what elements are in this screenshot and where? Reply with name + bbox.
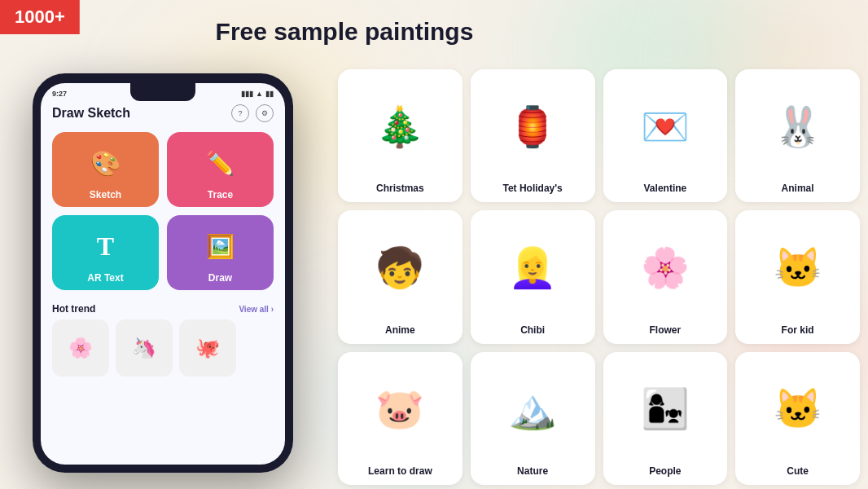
christmas-icon: 🎄 xyxy=(375,76,424,178)
forkid-icon: 🐱 xyxy=(774,217,822,319)
hot-trend-header: Hot trend View all › xyxy=(52,303,274,315)
help-icon[interactable]: ? xyxy=(231,104,249,122)
flower-icon: 🌸 xyxy=(641,217,690,319)
trace-tile[interactable]: ✏️ Trace xyxy=(167,132,274,207)
learntodraw-label: Learn to draw xyxy=(368,465,432,477)
artext-label: AR Text xyxy=(87,272,123,284)
hot-trend-label: Hot trend xyxy=(52,303,95,315)
hot-trend-row: 🌸 🦄 🐙 xyxy=(52,319,274,377)
phone-header: Draw Sketch ? ⚙ xyxy=(41,98,285,126)
card-for-kid[interactable]: 🐱 For kid xyxy=(735,210,860,343)
paintings-section: 🎄 Christmas 🏮 Tet Holiday's 💌 Valentine … xyxy=(338,69,860,485)
app-grid: 🎨 Sketch ✏️ Trace T AR Text 🖼️ Draw xyxy=(41,126,285,297)
tet-icon: 🏮 xyxy=(508,76,557,178)
card-flower[interactable]: 🌸 Flower xyxy=(603,210,728,343)
settings-icon[interactable]: ⚙ xyxy=(256,104,274,122)
sketch-tile[interactable]: 🎨 Sketch xyxy=(52,132,159,207)
forkid-label: For kid xyxy=(782,324,814,336)
card-nature[interactable]: 🏔️ Nature xyxy=(471,352,595,485)
time: 9:27 xyxy=(52,90,67,98)
artext-icon: T xyxy=(85,225,127,267)
chibi-label: Chibi xyxy=(520,324,545,336)
trace-label: Trace xyxy=(208,189,233,200)
phone-mockup: 9:27 ▮▮▮ ▲ ▮▮ Draw Sketch ? ⚙ 🎨 Sketch xyxy=(16,73,309,481)
phone-notch xyxy=(130,83,195,101)
draw-tile[interactable]: 🖼️ Draw xyxy=(167,215,274,290)
card-christmas[interactable]: 🎄 Christmas xyxy=(338,69,462,202)
nature-label: Nature xyxy=(517,465,548,477)
learntodraw-icon: 🐷 xyxy=(375,359,424,460)
christmas-label: Christmas xyxy=(376,183,424,194)
card-anime[interactable]: 🧒 Anime xyxy=(338,210,462,343)
chibi-icon: 👱‍♀️ xyxy=(508,217,557,319)
draw-label: Draw xyxy=(208,272,232,284)
trace-icon: ✏️ xyxy=(199,142,242,184)
people-label: People xyxy=(649,465,681,477)
card-cute[interactable]: 🐱 Cute xyxy=(735,352,860,485)
people-icon: 👩‍👧 xyxy=(641,359,690,460)
hot-trend-section: Hot trend View all › 🌸 🦄 🐙 xyxy=(41,297,285,380)
trend-item-1[interactable]: 🌸 xyxy=(52,319,109,377)
app-title: Draw Sketch xyxy=(52,106,130,121)
draw-icon: 🖼️ xyxy=(199,225,242,267)
sketch-label: Sketch xyxy=(90,189,121,200)
card-animal[interactable]: 🐰 Animal xyxy=(735,69,860,202)
tet-label: Tet Holiday's xyxy=(502,183,562,194)
battery-icon: ▮▮ xyxy=(265,90,274,98)
card-valentine[interactable]: 💌 Valentine xyxy=(603,69,728,202)
flower-label: Flower xyxy=(650,324,682,336)
valentine-label: Valentine xyxy=(644,183,687,194)
view-all-button[interactable]: View all › xyxy=(239,305,274,314)
card-chibi[interactable]: 👱‍♀️ Chibi xyxy=(471,210,595,343)
trend-item-2[interactable]: 🦄 xyxy=(116,319,173,377)
cute-label: Cute xyxy=(787,465,809,477)
valentine-icon: 💌 xyxy=(641,76,690,178)
trend-item-3[interactable]: 🐙 xyxy=(179,319,236,377)
nature-icon: 🏔️ xyxy=(508,359,557,460)
cute-icon: 🐱 xyxy=(774,359,822,460)
wifi-icon: ▲ xyxy=(256,90,263,98)
header-icons: ? ⚙ xyxy=(231,104,274,122)
card-people[interactable]: 👩‍👧 People xyxy=(603,352,728,485)
signal-icon: ▮▮▮ xyxy=(241,90,253,98)
artext-tile[interactable]: T AR Text xyxy=(52,215,159,290)
card-learn-to-draw[interactable]: 🐷 Learn to draw xyxy=(338,352,462,485)
main-title: Free sample paintings xyxy=(163,18,526,46)
card-tet-holidays[interactable]: 🏮 Tet Holiday's xyxy=(471,69,595,202)
animal-label: Animal xyxy=(782,183,814,194)
anime-icon: 🧒 xyxy=(375,217,424,319)
anime-label: Anime xyxy=(385,324,415,336)
animal-icon: 🐰 xyxy=(774,76,822,178)
sketch-icon: 🎨 xyxy=(85,142,127,184)
status-icons: ▮▮▮ ▲ ▮▮ xyxy=(241,90,274,98)
badge-1000: 1000+ xyxy=(0,0,80,34)
